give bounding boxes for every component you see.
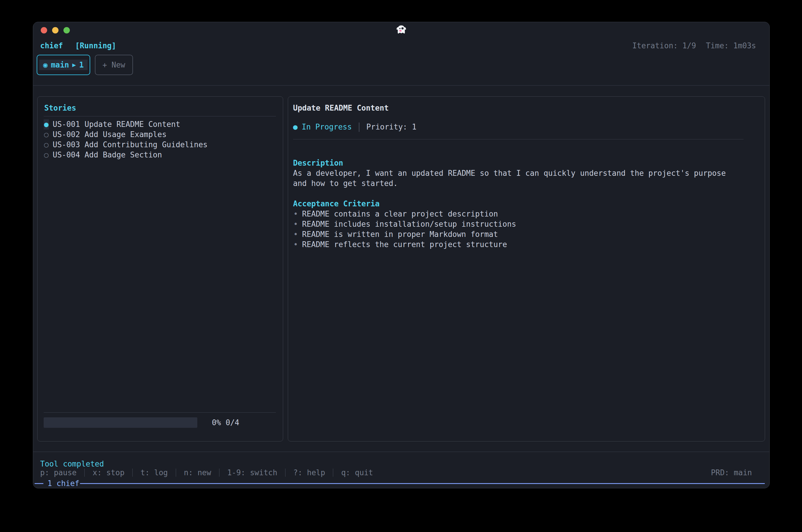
status-separator [359,122,359,132]
bullet-icon: • [293,209,298,219]
shortcut-help: ?: help [293,468,325,477]
criteria-text: README includes installation/setup instr… [302,219,516,229]
tab-name: main [51,60,69,70]
bullet-icon: • [293,229,298,240]
prd-label: PRD: main [711,468,752,477]
status-label: In Progress [302,122,352,132]
story-item-label: US-002 Add Usage Examples [53,130,167,140]
story-detail-title: Update README Content [293,103,760,113]
progress-percent: 0% [212,418,221,427]
shortcut-separator [176,469,176,477]
header-metrics: Iteration: 1/9 Time: 1m03s [632,41,756,51]
ghost-icon [396,24,407,38]
story-list: ● US-001 Update README Content ○ US-002 … [44,119,276,160]
session-label: 1 chief [47,479,79,488]
status-message: Tool completed [40,459,769,468]
description-body: As a developer, I want an updated README… [293,168,731,189]
shortcut-quit: q: quit [341,468,373,477]
close-button[interactable] [41,27,47,34]
tab-main[interactable]: ◉ main ▶ 1 [37,55,90,75]
shortcut-separator [333,469,333,477]
story-item-us-003[interactable]: ○ US-003 Add Contributing Guidelines [44,140,276,150]
terminal-window: chief [Running] Iteration: 1/9 Time: 1m0… [33,22,770,488]
bullet-icon: • [293,219,298,229]
story-item-label: US-004 Add Badge Section [53,150,162,160]
app-name: chief [40,41,63,51]
new-tab-button[interactable]: + New [95,55,133,75]
bullet-icon: • [293,240,298,250]
shortcut-separator [132,469,133,477]
minimize-button[interactable] [52,27,58,34]
story-item-us-002[interactable]: ○ US-002 Add Usage Examples [44,130,276,140]
criteria-item: • README includes installation/setup ins… [293,219,760,229]
zoom-button[interactable] [63,27,70,34]
shortcut-log: t: log [140,468,168,477]
story-item-label: US-001 Update README Content [53,119,180,130]
criteria-heading: Acceptance Criteria [293,199,760,209]
progress-bar [44,417,197,428]
header-divider [33,85,769,86]
main-content: Stories ● US-001 Update README Content ○… [37,96,765,441]
progress-text: 0% 0/4 [212,418,239,427]
shortcut-new: n: new [184,468,211,477]
criteria-item: • README is written in proper Markdown f… [293,229,760,240]
traffic-lights [41,27,70,34]
story-status-icon: ○ [44,130,49,140]
shortcut-bar: p: pause x: stop t: log n: new 1-9: swit… [40,468,752,477]
story-status-icon: ○ [44,150,49,160]
story-item-us-001[interactable]: ● US-001 Update README Content [44,119,276,130]
tab-badge: 1 [79,60,84,70]
criteria-text: README contains a clear project descript… [302,209,498,219]
run-status-badge: [Running] [75,41,116,51]
stories-divider [44,116,276,116]
app-header: chief [Running] Iteration: 1/9 Time: 1m0… [33,38,769,51]
status-row: ● In Progress Priority: 1 [293,122,760,132]
priority-label: Priority: 1 [366,122,416,132]
shortcut-switch: 1-9: switch [227,468,277,477]
story-item-us-004[interactable]: ○ US-004 Add Badge Section [44,150,276,160]
shortcut-stop: x: stop [93,468,125,477]
iteration-counter: Iteration: 1/9 [632,41,696,51]
story-status-icon: ○ [44,140,49,150]
criteria-item: • README reflects the current project st… [293,240,760,250]
shortcut-pause: p: pause [40,468,77,477]
story-status-icon: ● [44,119,49,130]
criteria-text: README reflects the current project stru… [302,240,507,250]
description-heading: Description [293,158,760,168]
detail-divider [293,139,744,139]
stories-title: Stories [44,103,276,113]
session-line-right [80,483,765,484]
tab-bar: ◉ main ▶ 1 + New [37,55,769,75]
progress-count: 0/4 [226,418,239,427]
criteria-text: README is written in proper Markdown for… [302,229,498,240]
radio-selected-icon: ◉ [43,60,48,70]
play-icon: ▶ [72,60,76,70]
statusbar-divider [33,452,769,452]
titlebar [33,22,769,38]
progress-row: 0% 0/4 [44,417,276,428]
tab-main-label: ◉ main ▶ 1 [39,60,88,70]
elapsed-time: Time: 1m03s [706,41,756,51]
progress-divider [44,412,276,413]
story-item-label: US-003 Add Contributing Guidelines [53,140,208,150]
session-line: 1 chief [35,479,765,488]
criteria-item: • README contains a clear project descri… [293,209,760,219]
story-detail-panel: Update README Content ● In Progress Prio… [288,96,765,441]
status-dot-icon: ● [293,122,298,132]
session-line-left [35,483,43,484]
shortcut-separator [84,469,85,477]
shortcut-separator [219,469,219,477]
stories-panel: Stories ● US-001 Update README Content ○… [37,96,283,441]
